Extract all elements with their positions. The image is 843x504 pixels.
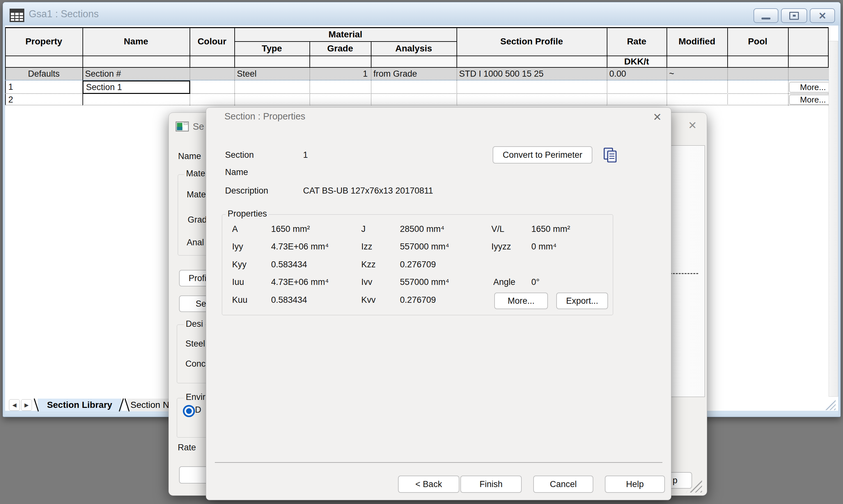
selected-cell-section-name[interactable]: Section 1 — [83, 80, 190, 94]
wizard-name-label: Name — [178, 151, 201, 161]
prop-label: Ivv — [361, 277, 373, 287]
defaults-analysis-cell[interactable]: from Grade — [373, 68, 455, 80]
prop-value: 0.583434 — [271, 295, 307, 305]
description-value: CAT BS-UB 127x76x13 20170811 — [303, 186, 433, 196]
wizard-material-label: Mate — [187, 190, 206, 200]
wizard-analysis-label: Anal — [187, 238, 204, 248]
grid-line — [190, 28, 190, 68]
table-units-bg — [5, 56, 829, 68]
defaults-modified-cell[interactable]: ~ — [669, 68, 725, 80]
close-icon: ✕ — [819, 10, 826, 21]
tab-section-library[interactable]: Section Library — [38, 399, 121, 411]
prop-value: 1650 mm² — [271, 224, 310, 234]
grid-dotted-line — [234, 68, 235, 105]
row-number[interactable]: 1 — [8, 80, 40, 93]
prop-label: Kzz — [361, 260, 376, 270]
prop-label: Iyy — [232, 242, 243, 252]
grid-dotted-line — [607, 68, 607, 105]
prop-value: 557000 mm⁴ — [400, 277, 449, 287]
grid-line — [5, 28, 6, 68]
prop-value: 1650 mm² — [531, 224, 570, 234]
grid-line — [607, 28, 607, 68]
wizard-default-radio[interactable] — [183, 405, 195, 417]
cancel-button[interactable]: Cancel — [533, 475, 593, 493]
grid-line — [727, 28, 728, 68]
dialog-separator — [215, 462, 663, 463]
prop-label: Iyyzz — [491, 242, 511, 252]
minimize-button[interactable] — [754, 8, 778, 23]
units-top-line — [5, 56, 829, 56]
section-label: Section — [225, 150, 254, 160]
restore-icon — [789, 12, 799, 20]
defaults-type-cell[interactable]: Steel — [237, 68, 307, 80]
grid-line — [371, 41, 372, 68]
defaults-name-cell[interactable]: Section # — [85, 68, 187, 80]
properties-group-label: Properties — [226, 209, 269, 219]
material-divider — [234, 41, 457, 42]
defaults-grade-cell[interactable]: 1 — [309, 68, 368, 80]
maximize-button[interactable] — [781, 8, 807, 23]
back-button[interactable]: < Back — [398, 475, 459, 493]
more-button[interactable]: More... — [494, 292, 548, 309]
row-number[interactable]: 2 — [8, 94, 40, 105]
copy-icon[interactable] — [602, 147, 618, 164]
header-rate: Rate — [607, 28, 667, 56]
tab-section-next-partial[interactable]: Section N — [131, 399, 169, 411]
prop-value: 0.276709 — [400, 295, 436, 305]
tab-scroll-right-button[interactable]: ▶ — [21, 399, 32, 411]
prop-label: Kvv — [361, 295, 376, 305]
prop-value: 0.583434 — [271, 260, 307, 270]
dialog-close-button[interactable]: ✕ — [649, 109, 666, 125]
header-pool: Pool — [727, 28, 788, 56]
section-wizard-icon — [175, 121, 189, 133]
vertical-scrollbar[interactable] — [829, 41, 838, 397]
header-colour: Colour — [190, 28, 234, 56]
wizard-steel-label: Steel — [185, 339, 205, 349]
wizard-rate-label: Rate — [178, 443, 196, 453]
grid-dotted-line — [667, 68, 667, 105]
wizard-close-button[interactable]: ✕ — [684, 118, 701, 133]
wizard-grade-label: Grad — [188, 215, 207, 225]
window-title: Gsa1 : Sections — [29, 8, 99, 20]
prop-label: Angle — [493, 277, 515, 287]
finish-button[interactable]: Finish — [460, 475, 522, 493]
convert-to-perimeter-button[interactable]: Convert to Perimeter — [493, 146, 592, 164]
prop-value: 557000 mm⁴ — [400, 242, 449, 252]
close-button[interactable]: ✕ — [810, 8, 835, 23]
export-button[interactable]: Export... — [556, 292, 608, 309]
header-property: Property — [5, 28, 83, 56]
close-icon: ✕ — [688, 119, 697, 131]
prop-label: Iuu — [232, 277, 244, 287]
description-label: Description — [225, 186, 268, 196]
defaults-profile-cell[interactable]: STD I 1000 500 15 25 — [459, 68, 604, 80]
grid-line — [667, 28, 667, 68]
header-section-profile: Section Profile — [457, 28, 607, 56]
prop-value: 28500 mm⁴ — [400, 224, 444, 234]
wizard-environment-group-label: Envir — [184, 392, 207, 402]
section-wizard-title-partial: Se — [193, 121, 204, 132]
prop-label: Izz — [361, 242, 373, 252]
defaults-property-cell[interactable]: Defaults — [5, 68, 83, 80]
title-bar[interactable] — [3, 2, 840, 26]
prop-label: Kyy — [232, 260, 246, 270]
tab-prev-icon: ◀ — [12, 402, 16, 409]
header-analysis: Analysis — [371, 41, 457, 56]
grid-line — [309, 41, 310, 68]
grid-dotted-line — [371, 68, 372, 105]
tab-scroll-left-button[interactable]: ◀ — [9, 399, 20, 411]
section-value: 1 — [303, 150, 308, 160]
dialog-title: Section : Properties — [224, 111, 305, 122]
help-button[interactable]: Help — [605, 475, 665, 493]
table-border-top — [5, 27, 829, 28]
prop-value: 0 mm⁴ — [531, 242, 556, 252]
header-grade: Grade — [309, 41, 371, 56]
row-separator — [5, 105, 829, 105]
grid-dotted-line — [727, 68, 728, 105]
grid-dotted-line — [788, 68, 789, 105]
minimize-icon — [761, 18, 771, 19]
grid-dotted-line — [457, 68, 457, 105]
grid-line — [83, 28, 83, 68]
grid-line — [234, 28, 235, 68]
wizard-help-partial: p — [673, 475, 677, 485]
defaults-rate-cell[interactable]: 0.00 — [609, 68, 665, 80]
